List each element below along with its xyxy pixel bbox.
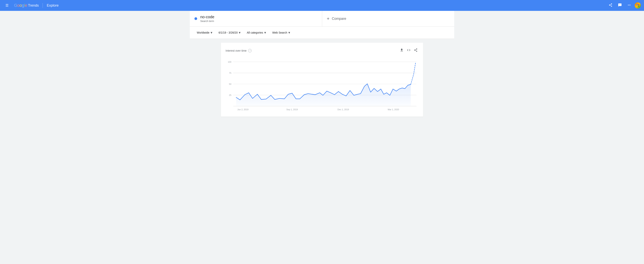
chart-container: 100 75 50 25 Jun 2, 2019 Sep 1, 2019 Dec… <box>226 58 418 112</box>
header-divider <box>42 3 43 8</box>
region-chevron-icon: ▾ <box>210 30 212 35</box>
feedback-button[interactable] <box>616 1 624 9</box>
compare-plus-icon: + <box>327 16 330 21</box>
help-icon[interactable]: ? <box>248 49 252 52</box>
page-wrapper: no-code Search term + Compare Worldwide … <box>0 11 644 264</box>
chart-actions <box>399 47 418 54</box>
menu-button[interactable]: ☰ <box>3 1 11 9</box>
search-term-type: Search term <box>200 20 214 22</box>
date-filter[interactable]: 6/1/19 - 3/26/20 ▾ <box>216 29 243 36</box>
search-term-box[interactable]: no-code Search term <box>190 11 322 26</box>
share-icon <box>608 3 612 8</box>
chart-share-icon <box>414 48 418 53</box>
category-filter[interactable]: All categories ▾ <box>244 29 268 36</box>
category-label: All categories <box>247 31 263 34</box>
chart-title-row: Interest over time ? <box>226 49 252 52</box>
svg-text:Dec 1, 2019: Dec 1, 2019 <box>338 108 349 111</box>
svg-rect-1 <box>638 4 639 5</box>
app-header: ☰ Google Trends Explore <box>0 0 644 11</box>
svg-text:75: 75 <box>229 72 232 74</box>
search-row: no-code Search term + Compare <box>190 11 454 27</box>
svg-rect-3 <box>638 6 639 7</box>
filter-row: Worldwide ▾ 6/1/19 - 3/26/20 ▾ All categ… <box>190 27 454 39</box>
chart-section: Interest over time ? <box>221 43 423 117</box>
embed-button[interactable] <box>406 47 412 54</box>
explore-label: Explore <box>47 3 58 7</box>
avatar[interactable] <box>635 2 641 8</box>
chart-header: Interest over time ? <box>226 47 418 54</box>
chart-svg: 100 75 50 25 Jun 2, 2019 Sep 1, 2019 Dec… <box>226 58 418 112</box>
apps-icon <box>627 3 631 8</box>
main-content: no-code Search term + Compare Worldwide … <box>0 11 644 117</box>
apps-button[interactable] <box>625 1 633 9</box>
compare-box[interactable]: + Compare <box>322 11 454 26</box>
share-button[interactable] <box>607 1 614 9</box>
trends-wordmark: Trends <box>28 3 39 7</box>
chart-share-button[interactable] <box>413 47 418 54</box>
download-icon <box>400 48 404 53</box>
avatar-image <box>635 2 641 8</box>
logo: Google Trends <box>14 3 39 8</box>
date-label: 6/1/19 - 3/26/20 <box>218 31 238 34</box>
search-type-label: Web Search <box>272 31 287 34</box>
category-chevron-icon: ▾ <box>264 30 266 35</box>
date-chevron-icon: ▾ <box>239 30 240 35</box>
svg-rect-0 <box>636 4 638 5</box>
google-wordmark: Google <box>14 3 27 8</box>
svg-text:Sep 1, 2019: Sep 1, 2019 <box>286 108 298 111</box>
svg-text:25: 25 <box>229 94 232 96</box>
feedback-icon <box>618 3 622 8</box>
svg-text:Mar 1, 2020: Mar 1, 2020 <box>388 108 399 111</box>
download-button[interactable] <box>399 47 404 54</box>
search-type-chevron-icon: ▾ <box>288 30 290 35</box>
hamburger-icon: ☰ <box>6 3 8 7</box>
embed-icon <box>407 48 411 53</box>
region-filter[interactable]: Worldwide ▾ <box>194 29 215 36</box>
svg-text:Jun 2, 2019: Jun 2, 2019 <box>238 108 248 111</box>
svg-rect-2 <box>636 6 638 7</box>
search-term-dot <box>194 17 197 20</box>
header-actions <box>607 1 641 9</box>
region-label: Worldwide <box>197 31 210 34</box>
svg-text:100: 100 <box>228 61 232 63</box>
search-type-filter[interactable]: Web Search ▾ <box>270 29 292 36</box>
chart-title: Interest over time <box>226 49 246 52</box>
svg-text:50: 50 <box>229 83 232 85</box>
search-term-name: no-code <box>200 15 214 19</box>
search-term-info: no-code Search term <box>200 15 214 22</box>
compare-label: Compare <box>332 17 346 21</box>
